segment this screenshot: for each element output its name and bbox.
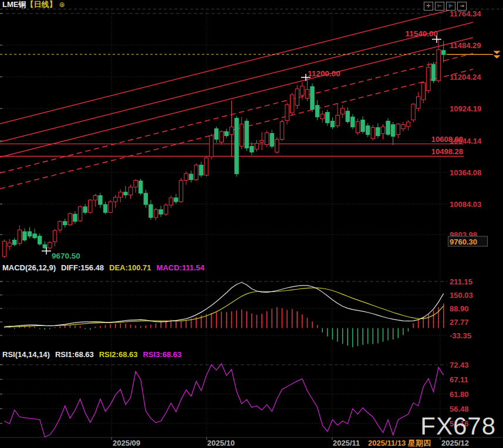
candle-body[interactable]	[386, 121, 390, 135]
candle-body[interactable]	[235, 118, 238, 174]
candle-body[interactable]	[2, 241, 6, 256]
candle-body[interactable]	[194, 165, 198, 180]
candle-body[interactable]	[330, 121, 334, 127]
candle-body[interactable]	[18, 230, 21, 243]
price-chart-canvas[interactable]: 10608.0010498.2811540.0011200.009670.501…	[0, 0, 503, 448]
candle-body[interactable]	[23, 232, 26, 240]
candle-body[interactable]	[103, 205, 107, 212]
candle-body[interactable]	[356, 121, 359, 133]
candle-body[interactable]	[442, 50, 445, 55]
candle-body[interactable]	[83, 207, 87, 213]
period-label: 【日线】	[26, 0, 56, 10]
candle-body[interactable]	[184, 174, 188, 181]
candle-body[interactable]	[376, 127, 380, 135]
candle-body[interactable]	[210, 136, 213, 157]
candle-body[interactable]	[204, 158, 208, 175]
candle-body[interactable]	[417, 97, 420, 108]
candle-body[interactable]	[169, 198, 173, 205]
candle-body[interactable]	[114, 197, 117, 202]
candle-body[interactable]	[8, 243, 11, 246]
candle-body[interactable]	[381, 127, 384, 134]
candle-body[interactable]	[63, 222, 67, 225]
candle-body[interactable]	[275, 139, 279, 152]
candle-body[interactable]	[129, 187, 132, 195]
candle-body[interactable]	[270, 133, 274, 146]
candle-body[interactable]	[48, 242, 52, 248]
candle-body[interactable]	[421, 83, 425, 100]
candle-body[interactable]	[93, 195, 97, 200]
candle-body[interactable]	[174, 198, 178, 202]
candle-body[interactable]	[305, 89, 309, 98]
candle-body[interactable]	[149, 205, 153, 218]
candle-body[interactable]	[134, 180, 137, 187]
candle-body[interactable]	[159, 209, 163, 214]
candle-body[interactable]	[255, 143, 258, 149]
candle-body[interactable]	[295, 89, 299, 106]
candle-body[interactable]	[280, 121, 283, 139]
candle-body[interactable]	[68, 213, 72, 225]
scroll-right-icon[interactable]: ⇥	[457, 2, 467, 11]
candle-body[interactable]	[396, 124, 400, 135]
candle-body[interactable]	[341, 108, 345, 114]
candle-body[interactable]	[164, 205, 168, 214]
candle-body[interactable]	[53, 230, 56, 242]
candle-body[interactable]	[144, 194, 147, 205]
candle-body[interactable]	[73, 214, 77, 222]
candle-body[interactable]	[371, 127, 374, 138]
price-marker-arrow-icon[interactable]	[494, 55, 501, 59]
axis-scale-left-icon[interactable]: ⊢	[435, 2, 444, 11]
price-marker-arrow-icon[interactable]	[494, 51, 501, 55]
candle-body[interactable]	[316, 106, 319, 117]
candle-body[interactable]	[285, 105, 289, 121]
candle-body[interactable]	[124, 192, 127, 195]
candle-body[interactable]	[109, 202, 112, 212]
candle-body[interactable]	[200, 165, 203, 175]
candle-body[interactable]	[265, 133, 269, 145]
axis-scale-right-icon[interactable]: ⊩	[446, 2, 455, 11]
candle-body[interactable]	[220, 131, 223, 142]
pan-tool-icon[interactable]: ✛	[424, 2, 433, 11]
candle-body[interactable]	[391, 124, 395, 136]
candle-body[interactable]	[427, 67, 430, 91]
candle-body[interactable]	[326, 113, 329, 123]
candle-body[interactable]	[13, 240, 16, 245]
candle-body[interactable]	[33, 234, 36, 238]
macd-title: MACD(26,12,9)	[2, 263, 56, 272]
candle-body[interactable]	[401, 124, 405, 128]
candle-body[interactable]	[366, 126, 370, 135]
candle-body[interactable]	[361, 120, 364, 132]
candle-body[interactable]	[58, 222, 62, 230]
candle-body[interactable]	[346, 111, 349, 122]
candle-body[interactable]	[179, 180, 183, 202]
candle-body[interactable]	[260, 140, 264, 142]
candle-body[interactable]	[291, 95, 294, 113]
candle-body[interactable]	[89, 200, 92, 212]
candle-body[interactable]	[38, 236, 42, 244]
candle-body[interactable]	[431, 65, 435, 81]
macd-dea-line	[5, 288, 444, 327]
candle-body[interactable]	[240, 124, 244, 147]
candle-body[interactable]	[215, 128, 218, 139]
candle-body[interactable]	[154, 209, 157, 217]
candle-body[interactable]	[119, 192, 122, 198]
add-overlay-icon[interactable]: ⊕	[59, 1, 65, 9]
candle-body[interactable]	[320, 114, 324, 119]
candle-body[interactable]	[99, 195, 102, 204]
candle-body[interactable]	[406, 122, 410, 127]
candle-body[interactable]	[225, 131, 228, 135]
candle-body[interactable]	[245, 121, 248, 148]
candle-body[interactable]	[336, 116, 339, 126]
macd-macd-value: MACD:111.54	[157, 263, 205, 272]
candle-body[interactable]	[437, 50, 440, 81]
candle-body[interactable]	[250, 146, 254, 152]
candle-body[interactable]	[301, 86, 304, 95]
candle-body[interactable]	[229, 127, 233, 135]
candle-body[interactable]	[310, 87, 314, 110]
trend-channel-line[interactable]	[0, 9, 453, 124]
candle-body[interactable]	[139, 181, 143, 193]
candle-body[interactable]	[28, 232, 31, 236]
candle-body[interactable]	[190, 174, 193, 180]
candle-body[interactable]	[78, 207, 82, 221]
candle-body[interactable]	[351, 117, 355, 127]
candle-body[interactable]	[411, 104, 415, 120]
